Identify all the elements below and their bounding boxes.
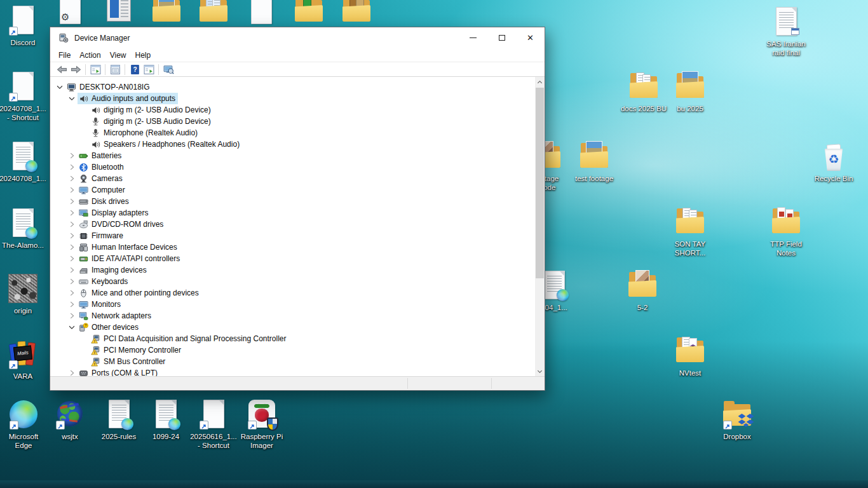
minimize-button[interactable] <box>459 27 487 48</box>
chevron-right-icon[interactable] <box>67 231 76 240</box>
tree-item-main[interactable]: Mice and other pointing devices <box>78 287 201 299</box>
chevron-down-icon[interactable] <box>55 83 64 92</box>
tree-item-audio-inputs-and-outputs[interactable]: Audio inputs and outputs <box>55 93 525 104</box>
tree-item-digirig-m-2-usb-audio-device-1[interactable]: digirig m (2- USB Audio Device) <box>55 104 525 116</box>
desktop-icon-bu-2025[interactable]: bu 2025 <box>661 71 719 113</box>
maximize-button[interactable] <box>487 27 516 48</box>
menu-action[interactable]: Action <box>75 50 105 61</box>
chevron-right-icon[interactable] <box>67 186 76 194</box>
tree-item-main[interactable]: Keyboards <box>78 276 130 287</box>
forward-button[interactable] <box>69 63 83 76</box>
tree-item-disk-drives[interactable]: Disk drives <box>55 196 525 207</box>
chevron-right-icon[interactable] <box>67 197 76 206</box>
menu-view[interactable]: View <box>105 50 131 61</box>
tree-item-pci-memory-controller[interactable]: !PCI Memory Controller <box>55 344 525 356</box>
tree-item-firmware[interactable]: Firmware <box>55 230 525 241</box>
tree-item-main[interactable]: !PCI Memory Controller <box>90 344 184 356</box>
tree-item-ide-ata-atapi-controllers[interactable]: IDE ATA/ATAPI controllers <box>55 253 525 264</box>
desktop-icon-dropbox[interactable]: Dropbox <box>709 399 766 441</box>
desktop-icon-sas-iranian-raid-final[interactable]: SAS Iranian raid final <box>757 6 815 57</box>
tree-item-imaging-devices[interactable]: Imaging devices <box>55 264 525 276</box>
scroll-down-button[interactable] <box>535 366 545 376</box>
tree-item-main[interactable]: Speakers / Headphones (Realtek Audio) <box>90 139 242 150</box>
desktop-icon-recycle-bin[interactable]: ♻Recycle Bin <box>805 141 862 183</box>
close-button[interactable]: ✕ <box>516 27 545 48</box>
tree-item-main[interactable]: digirig m (2- USB Audio Device) <box>90 116 214 127</box>
tree-item-main[interactable]: Monitors <box>78 299 123 310</box>
tree-item-mice-and-other-pointing-devices[interactable]: Mice and other pointing devices <box>55 287 525 299</box>
tree-item-main[interactable]: Computer <box>78 184 128 196</box>
chevron-right-icon[interactable] <box>67 163 76 172</box>
vertical-scrollbar[interactable] <box>535 77 545 376</box>
tree-item-main[interactable]: Imaging devices <box>78 264 149 276</box>
chevron-right-icon[interactable] <box>67 174 76 183</box>
tree-item-main[interactable]: digirig m (2- USB Audio Device) <box>90 104 214 116</box>
menu-help[interactable]: Help <box>131 50 156 61</box>
chevron-right-icon[interactable] <box>67 288 76 297</box>
tree-item-computer[interactable]: Computer <box>55 184 525 196</box>
chevron-right-icon[interactable] <box>67 369 76 376</box>
desktop-icon-test-footage[interactable]: test footage <box>566 141 623 183</box>
chevron-right-icon[interactable] <box>67 277 76 286</box>
tree-item-main[interactable]: DVD/CD-ROM drives <box>78 219 166 230</box>
chevron-right-icon[interactable] <box>67 266 76 274</box>
tree-item-network-adapters[interactable]: Network adapters <box>55 310 525 322</box>
chevron-down-icon[interactable] <box>67 323 76 332</box>
desktop-icon-discord[interactable]: Discord <box>0 5 51 47</box>
chevron-right-icon[interactable] <box>67 208 76 217</box>
tree-item-desktop-an018ig[interactable]: DESKTOP-AN018IG <box>55 81 525 93</box>
tree-item-main[interactable]: !PCI Data Acquisition and Signal Process… <box>90 333 288 344</box>
desktop-icon-20240708-1[interactable]: 20240708_1... <box>0 141 51 183</box>
tree-item-batteries[interactable]: Batteries <box>55 150 525 161</box>
device-search-button[interactable] <box>161 63 175 76</box>
tree-item-keyboards[interactable]: Keyboards <box>55 276 525 287</box>
tree-item-monitors[interactable]: Monitors <box>55 299 525 310</box>
help-button[interactable]: ? <box>128 63 142 76</box>
tree-item-main[interactable]: Audio inputs and outputs <box>78 93 178 104</box>
tree-item-display-adapters[interactable]: Display adapters <box>55 207 525 219</box>
tree-item-main[interactable]: Network adapters <box>78 310 154 322</box>
desktop-icon-ttp-field-notes[interactable]: TTP Field Notes <box>757 207 815 257</box>
tree-item-cameras[interactable]: Cameras <box>55 173 525 184</box>
chevron-right-icon[interactable] <box>67 311 76 320</box>
menu-file[interactable]: File <box>54 50 75 61</box>
tree-item-pci-data-acquisition-and-signal-processing-controller[interactable]: !PCI Data Acquisition and Signal Process… <box>55 333 525 344</box>
chevron-right-icon[interactable] <box>67 151 76 160</box>
tree-item-main[interactable]: Human Interface Devices <box>78 241 180 253</box>
tree-item-main[interactable]: !SM Bus Controller <box>90 356 168 367</box>
scrollbar-thumb[interactable] <box>536 88 544 278</box>
show-console-tree-button[interactable] <box>88 63 102 76</box>
properties-button[interactable] <box>108 63 122 76</box>
desktop-icon-son-tay-short[interactable]: SON TAY SHORT... <box>661 207 719 257</box>
tree-item-other-devices[interactable]: ?Other devices <box>55 322 525 333</box>
desktop-icon-origin[interactable]: origin <box>0 273 51 315</box>
chevron-right-icon[interactable] <box>67 254 76 263</box>
tree-item-dvd-cd-rom-drives[interactable]: DVD/CD-ROM drives <box>55 219 525 230</box>
tree-item-main[interactable]: Cameras <box>78 173 125 184</box>
chevron-down-icon[interactable] <box>67 94 76 103</box>
scroll-up-button[interactable] <box>535 77 545 87</box>
tree-item-main[interactable]: Firmware <box>78 230 126 241</box>
tree-item-digirig-m-2-usb-audio-device[interactable]: digirig m (2- USB Audio Device) <box>55 116 525 127</box>
desktop-icon-the-alamo[interactable]: The-Alamo... <box>0 208 51 250</box>
tree-item-bluetooth[interactable]: Bluetooth <box>55 161 525 173</box>
tree-item-main[interactable]: Disk drives <box>78 196 132 207</box>
tree-item-main[interactable]: ?Other devices <box>78 322 141 333</box>
tree-item-sm-bus-controller[interactable]: !SM Bus Controller <box>55 356 525 367</box>
tree-item-main[interactable]: IDE ATA/ATAPI controllers <box>78 253 182 264</box>
chevron-right-icon[interactable] <box>67 300 76 309</box>
tree-item-main[interactable]: Microphone (Realtek Audio) <box>90 127 200 139</box>
tree-item-microphone-realtek-audio[interactable]: Microphone (Realtek Audio) <box>55 127 525 139</box>
desktop-icon-top-partial-7[interactable] <box>328 0 385 25</box>
tree-item-speakers-headphones-realtek-audio[interactable]: Speakers / Headphones (Realtek Audio) <box>55 139 525 150</box>
chevron-right-icon[interactable] <box>67 220 76 229</box>
tree-item-human-interface-devices[interactable]: Human Interface Devices <box>55 241 525 253</box>
tree-item-main[interactable]: Display adapters <box>78 207 151 219</box>
desktop-icon-vara[interactable]: MailsVARA <box>0 339 51 381</box>
scan-hardware-changes-button[interactable] <box>142 63 156 76</box>
desktop-icon-5-2[interactable]: 5-2 <box>614 270 671 312</box>
tree-item-ports-com-lpt[interactable]: Ports (COM & LPT) <box>55 367 525 376</box>
chevron-right-icon[interactable] <box>67 243 76 252</box>
desktop-icon-nvtest[interactable]: NVtest <box>661 336 719 377</box>
tree-item-main[interactable]: DESKTOP-AN018IG <box>65 81 152 93</box>
